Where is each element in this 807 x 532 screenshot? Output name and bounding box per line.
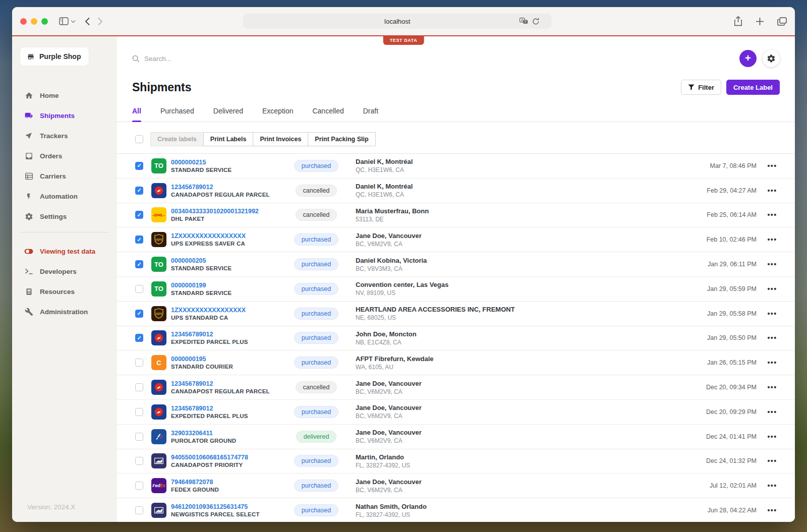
sidebar-item-settings[interactable]: Settings xyxy=(20,209,109,224)
row-checkbox[interactable] xyxy=(135,285,143,293)
row-checkbox[interactable]: ✓ xyxy=(135,187,143,195)
recipient-address: QC, H3E1W6, CA xyxy=(356,191,700,198)
row-menu-button[interactable]: ••• xyxy=(757,482,788,490)
sidebar-toggle-icon[interactable] xyxy=(59,17,69,25)
tracking-link[interactable]: 329033206411 xyxy=(171,430,288,437)
tracking-link[interactable]: 0000000199 xyxy=(171,282,288,289)
row-menu-button[interactable]: ••• xyxy=(757,310,788,318)
row-checkbox[interactable] xyxy=(135,383,143,391)
recipient-name: Convention center, Las Vegas xyxy=(356,281,700,288)
row-checkbox[interactable] xyxy=(135,482,143,490)
row-checkbox[interactable]: ✓ xyxy=(135,310,143,318)
print-labels-button[interactable]: Print Labels xyxy=(203,132,254,146)
tracking-link[interactable]: 794649872078 xyxy=(171,479,288,486)
tracking-link[interactable]: 9405500106068165174778 xyxy=(171,454,288,461)
back-button[interactable] xyxy=(85,17,90,26)
sidebar-item-viewing-test-data[interactable]: Viewing test data xyxy=(20,244,109,259)
service-name: STANDARD COURIER xyxy=(171,364,288,370)
filter-button[interactable]: Filter xyxy=(681,80,721,95)
row-checkbox[interactable] xyxy=(135,359,143,367)
shipment-date: Jan 29, 06:11 PM xyxy=(700,261,757,268)
select-all-checkbox[interactable] xyxy=(135,135,143,143)
sidebar-item-automation[interactable]: Automation xyxy=(20,189,109,204)
tracking-link[interactable]: 1ZXXXXXXXXXXXXXXXX xyxy=(171,307,288,314)
bulk-buttons: Create labelsPrint LabelsPrint InvoicesP… xyxy=(151,132,376,146)
usps-logo-icon xyxy=(151,453,166,468)
row-checkbox[interactable]: ✓ xyxy=(135,260,143,268)
row-menu-button[interactable]: ••• xyxy=(757,285,788,293)
share-icon[interactable] xyxy=(734,16,742,26)
row-checkbox[interactable] xyxy=(135,506,143,514)
row-checkbox[interactable] xyxy=(135,457,143,465)
row-menu-button[interactable]: ••• xyxy=(757,433,788,441)
close-window-button[interactable] xyxy=(20,18,27,25)
tab-exception[interactable]: Exception xyxy=(262,107,293,122)
add-button[interactable]: + xyxy=(739,50,757,67)
forward-button[interactable] xyxy=(97,17,103,26)
tracking-link[interactable]: 9461200109361125631475 xyxy=(171,503,288,510)
tracking-link[interactable]: 1ZXXXXXXXXXXXXXXXX xyxy=(171,232,288,240)
row-checkbox[interactable]: ✓ xyxy=(135,334,143,342)
sidebar-item-label: Trackers xyxy=(40,132,68,140)
sidebar-item-trackers[interactable]: Trackers xyxy=(20,128,109,143)
minimize-window-button[interactable] xyxy=(31,18,37,25)
tracking-link[interactable]: 123456789012 xyxy=(171,380,288,387)
row-menu-button[interactable]: ••• xyxy=(757,359,788,367)
zoom-window-button[interactable] xyxy=(41,18,48,25)
row-menu-button[interactable]: ••• xyxy=(757,383,788,391)
canadapost-logo-icon xyxy=(151,183,166,198)
row-menu-button[interactable]: ••• xyxy=(757,162,788,170)
new-tab-icon[interactable] xyxy=(756,17,764,26)
address-bar[interactable]: localhost A文 xyxy=(243,14,552,29)
row-checkbox[interactable] xyxy=(135,408,143,416)
row-checkbox[interactable]: ✓ xyxy=(135,235,143,244)
sidebar-item-shipments[interactable]: Shipments xyxy=(20,108,109,123)
row-menu-button[interactable]: ••• xyxy=(757,408,788,416)
tracking-link[interactable]: 0034043333301020001321992 xyxy=(171,208,288,215)
tab-cancelled[interactable]: Cancelled xyxy=(312,107,343,122)
shipment-date: Jan 29, 05:59 PM xyxy=(700,285,757,292)
row-checkbox[interactable]: ✓ xyxy=(135,211,143,219)
brand-card[interactable]: Purple Shop xyxy=(20,47,89,66)
row-checkbox[interactable]: ✓ xyxy=(135,162,143,170)
tab-purchased[interactable]: Purchased xyxy=(160,107,194,122)
sidebar-item-orders[interactable]: Orders xyxy=(20,148,109,163)
sidebar-item-resources[interactable]: Resources xyxy=(20,284,109,299)
tracking-link[interactable]: 0000000205 xyxy=(171,257,288,264)
row-menu-button[interactable]: ••• xyxy=(757,187,788,195)
tracking-link[interactable]: 0000000195 xyxy=(171,356,288,363)
search-input[interactable]: Search... xyxy=(132,55,171,63)
row-menu-button[interactable]: ••• xyxy=(757,457,788,465)
shipment-cell: 0000000195STANDARD COURIER xyxy=(171,356,288,370)
row-menu-button[interactable]: ••• xyxy=(757,260,788,268)
tab-overview-icon[interactable] xyxy=(777,17,787,26)
row-menu-button[interactable]: ••• xyxy=(757,211,788,219)
recipient-cell: Jane Doe, VancouverBC, V6M2V9, CA xyxy=(356,380,700,395)
row-menu-button[interactable]: ••• xyxy=(757,235,788,244)
status-badge: purchased xyxy=(294,455,338,467)
tracking-link[interactable]: 123456789012 xyxy=(171,331,288,338)
sidebar-item-developers[interactable]: Developers xyxy=(20,264,109,279)
tab-delivered[interactable]: Delivered xyxy=(213,107,243,122)
recipient-address: BC, V6M2V9, CA xyxy=(356,241,700,248)
print-packing-slip-button[interactable]: Print Packing Slip xyxy=(308,132,375,146)
sidebar-item-label: Shipments xyxy=(40,112,75,120)
create-label-button[interactable]: Create Label xyxy=(726,80,780,95)
tab-draft[interactable]: Draft xyxy=(363,107,378,122)
settings-button[interactable] xyxy=(763,50,780,67)
tracking-link[interactable]: 123456789012 xyxy=(171,405,288,412)
reload-icon[interactable] xyxy=(532,18,540,25)
sidebar-item-home[interactable]: Home xyxy=(20,88,109,103)
row-checkbox[interactable] xyxy=(135,433,143,441)
tab-all[interactable]: All xyxy=(132,107,141,122)
translate-icon[interactable]: A文 xyxy=(520,18,528,25)
print-invoices-button[interactable]: Print Invoices xyxy=(253,132,308,146)
row-menu-button[interactable]: ••• xyxy=(757,334,788,342)
tracking-link[interactable]: 0000000215 xyxy=(171,159,288,166)
sidebar-item-administration[interactable]: Administration xyxy=(20,304,109,319)
main-content: Search... + Shipments xyxy=(117,36,795,522)
row-menu-button[interactable]: ••• xyxy=(757,506,788,514)
sidebar-item-carriers[interactable]: Carriers xyxy=(20,168,109,184)
tracking-link[interactable]: 123456789012 xyxy=(171,184,288,191)
chevron-down-icon[interactable] xyxy=(71,20,76,23)
